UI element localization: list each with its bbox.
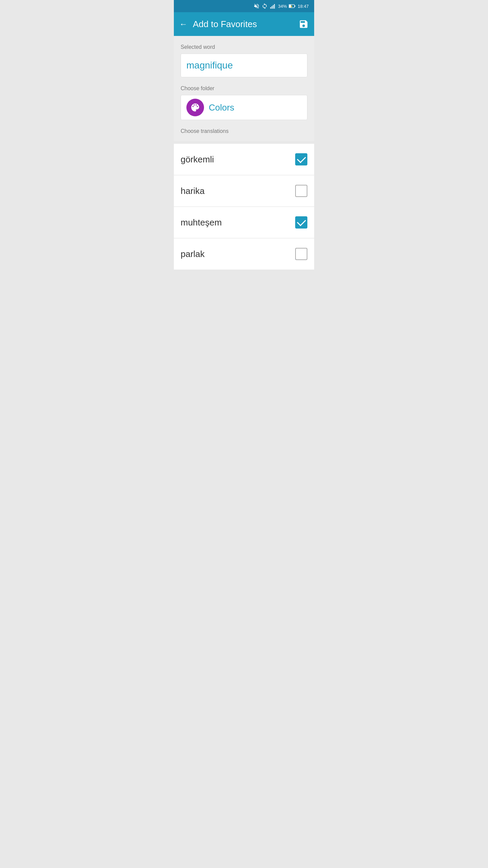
translation-checkbox-4[interactable] [295, 248, 307, 260]
svg-text:⚡: ⚡ [290, 5, 293, 8]
mute-icon [253, 3, 260, 9]
page-title: Add to Favorites [193, 19, 257, 29]
save-button[interactable] [299, 19, 309, 29]
selected-word-field: magnifique [181, 54, 307, 77]
translation-item-1[interactable]: görkemli [174, 144, 314, 175]
battery-percent: 34% [278, 4, 287, 9]
main-content: Selected word magnifique Choose folder C… [174, 36, 314, 141]
translation-checkbox-2[interactable] [295, 185, 307, 197]
translation-item-4[interactable]: parlak [174, 238, 314, 270]
battery-icon: ⚡ [289, 4, 296, 8]
folder-name: Colors [209, 102, 234, 113]
sync-icon [262, 3, 268, 9]
signal-icon [270, 3, 276, 9]
translation-item-2[interactable]: harika [174, 175, 314, 207]
translation-text-3: muhteşem [181, 217, 222, 228]
selected-word-value: magnifique [186, 60, 233, 71]
svg-rect-3 [274, 4, 275, 9]
app-bar: ← Add to Favorites [174, 12, 314, 36]
translation-checkbox-1[interactable] [295, 153, 307, 165]
translations-list: görkemliharikamuhteşemparlak [174, 144, 314, 270]
translation-item-3[interactable]: muhteşem [174, 207, 314, 238]
translation-checkbox-3[interactable] [295, 216, 307, 229]
app-bar-left: ← Add to Favorites [179, 19, 257, 29]
folder-selector[interactable]: Colors [181, 95, 307, 120]
back-button[interactable]: ← [179, 20, 187, 28]
svg-rect-2 [273, 5, 273, 9]
status-bar: 34% ⚡ 18:47 [174, 0, 314, 12]
folder-icon-circle [186, 99, 204, 116]
selected-word-label: Selected word [181, 44, 307, 50]
choose-translations-label: Choose translations [181, 128, 307, 134]
translation-text-4: parlak [181, 249, 205, 259]
status-icons: 34% ⚡ 18:47 [253, 3, 309, 9]
translation-text-1: görkemli [181, 154, 214, 165]
time-display: 18:47 [298, 4, 309, 9]
translation-text-2: harika [181, 186, 205, 196]
svg-rect-1 [272, 6, 272, 9]
choose-folder-label: Choose folder [181, 85, 307, 92]
svg-rect-0 [270, 7, 271, 9]
svg-rect-5 [294, 5, 295, 7]
palette-icon [190, 103, 200, 112]
